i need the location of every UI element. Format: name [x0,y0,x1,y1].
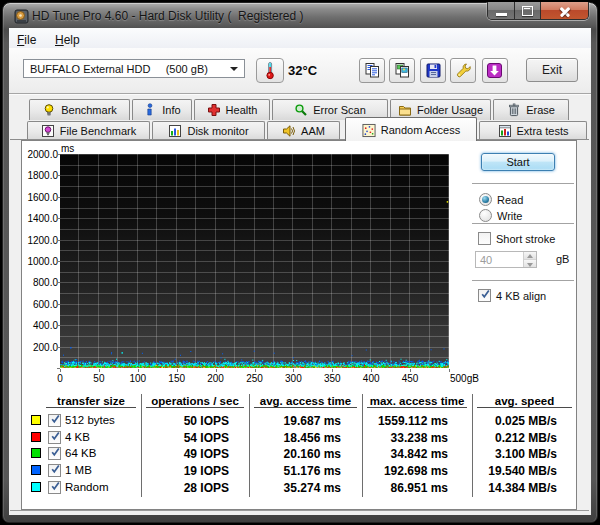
y-tick-label: 1000.0 [22,256,58,267]
write-radio[interactable] [479,209,492,222]
client-area: FileHelp BUFFALO External HDD (500 gB) 3… [9,28,591,515]
tab-file-benchmark[interactable]: File Benchmark [27,121,150,140]
series-color-swatch [31,465,41,475]
spin-up-button[interactable] [524,252,536,260]
tab-health[interactable]: Health [194,99,270,120]
error-scan-icon [294,103,308,117]
options-icon [455,62,472,79]
health-icon [207,103,221,117]
copy-image-button[interactable] [389,58,415,83]
short-stroke-size-spinner[interactable]: 40 [475,251,537,268]
exit-button[interactable]: Exit [526,58,578,82]
spin-down-button[interactable] [524,260,536,268]
series-checkbox[interactable] [48,481,61,494]
column-header: avg. access time [246,395,366,407]
header-underline [146,407,244,408]
close-button[interactable] [541,2,588,19]
benchmark-icon [42,103,56,117]
y-tick [57,261,60,262]
y-tick-label: 400.0 [22,320,58,331]
series-checkbox[interactable] [48,447,61,460]
cell-speed: 19.540 MB/s [447,464,557,478]
cell-avg: 20.160 ms [231,447,341,461]
tab-extra-tests[interactable]: Extra tests [479,121,587,140]
x-tick [60,369,61,372]
copy-text-icon [364,62,381,79]
update-button[interactable] [482,58,508,83]
tab-page: ms 2000.01800.01600.01400.01200.01000.08… [10,139,589,511]
read-radio[interactable] [479,193,492,206]
series-checkbox[interactable] [48,464,61,477]
cell-avg: 51.176 ms [231,464,341,478]
tab-info[interactable]: Info [132,99,192,120]
save-button[interactable] [420,58,446,83]
menu-file[interactable]: File [17,33,36,47]
series-label: 1 MB [65,464,92,476]
chart-scatter [60,154,449,368]
y-tick [57,325,60,326]
y-tick-label: 200.0 [22,342,58,353]
drive-select-combobox[interactable]: BUFFALO External HDD (500 gB) [23,59,245,78]
series-checkbox[interactable] [48,431,61,444]
erase-icon [507,103,521,117]
tab-label: Error Scan [313,104,366,116]
tab-random-access[interactable]: Random Access [345,117,477,141]
header-underline [367,407,467,408]
info-icon [143,103,157,117]
y-tick-label: 600.0 [22,299,58,310]
short-stroke-size-value: 40 [480,254,492,266]
align-checkbox[interactable] [478,289,491,302]
temperature-button[interactable] [256,58,284,83]
menu-help[interactable]: Help [55,33,80,47]
short-stroke-unit: gB [556,253,569,265]
x-tick-label: 250 [243,373,267,384]
results-panel: ms 2000.01800.01600.01400.01200.01000.08… [21,140,577,510]
y-axis-unit: ms [61,143,74,154]
options-button[interactable] [450,58,476,83]
tab-label: Health [226,104,258,116]
app-window: HD Tune Pro 4.60 - Hard Disk Utility ( R… [2,2,598,523]
window-title: HD Tune Pro 4.60 - Hard Disk Utility ( R… [32,9,303,23]
app-icon [14,9,29,24]
tab-benchmark[interactable]: Benchmark [29,99,130,120]
cell-ops: 28 IOPS [119,481,229,495]
header-underline [46,407,136,408]
tab-erase[interactable]: Erase [493,99,569,120]
header-underline [254,407,357,408]
temperature-value: 32°C [288,63,317,78]
column-header: operations / sec [135,395,255,407]
x-tick [177,369,178,372]
folder-usage-icon [398,103,412,117]
cell-speed: 0.025 MB/s [447,414,557,428]
tab-aam[interactable]: AAM [267,121,340,140]
x-tick-label: 0 [48,373,72,384]
exit-label: Exit [542,63,562,77]
series-label: Random [65,481,108,493]
cell-ops: 49 IOPS [119,447,229,461]
cell-ops: 50 IOPS [119,414,229,428]
copy-text-button[interactable] [359,58,385,83]
short-stroke-checkbox[interactable] [478,232,491,245]
column-header: transfer size [31,395,151,407]
start-button[interactable]: Start [481,153,555,171]
tab-label: Benchmark [61,104,117,116]
maximize-button[interactable] [515,2,541,19]
header-underline [477,407,572,408]
cell-avg: 35.274 ms [231,481,341,495]
cell-max: 34.842 ms [338,447,448,461]
tab-disk-monitor[interactable]: Disk monitor [152,121,265,140]
cell-max: 33.238 ms [338,431,448,445]
update-icon [486,62,503,79]
y-tick [57,304,60,305]
cell-ops: 54 IOPS [119,431,229,445]
x-tick-label: 450 [398,373,422,384]
separator [472,280,574,281]
random-access-icon [362,123,376,137]
series-checkbox[interactable] [48,414,61,427]
titlebar[interactable]: HD Tune Pro 4.60 - Hard Disk Utility ( R… [3,3,597,29]
series-label: 64 KB [65,447,96,459]
minimize-icon [496,13,507,16]
spin-up-icon [527,254,533,258]
spin-down-icon [527,263,533,267]
minimize-button[interactable] [488,2,515,19]
